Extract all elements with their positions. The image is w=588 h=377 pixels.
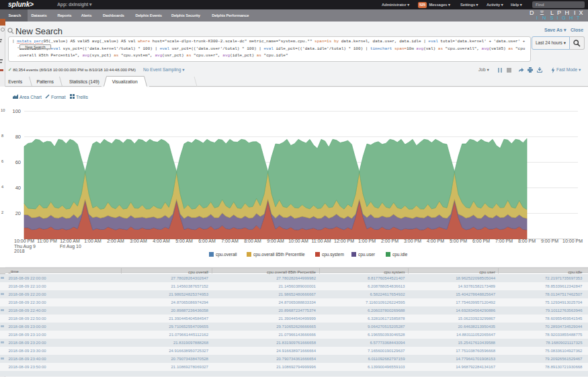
svg-text:10:00 PM: 10:00 PM [562, 239, 583, 243]
svg-text:6:00 PM: 6:00 PM [472, 239, 490, 243]
svg-text:2:00 AM: 2:00 AM [107, 239, 124, 243]
svg-text:4:00 PM: 4:00 PM [427, 239, 444, 243]
svg-text:1:00 PM: 1:00 PM [358, 239, 376, 243]
svg-text:10:00 AM: 10:00 AM [288, 239, 308, 243]
svg-text:8:00 PM: 8:00 PM [518, 239, 536, 243]
svg-text:12:00 AM: 12:00 AM [60, 239, 80, 243]
svg-text:8:00 AM: 8:00 AM [244, 239, 261, 243]
svg-text:80: 80 [15, 134, 21, 140]
svg-text:10:00 PM: 10:00 PM [14, 239, 34, 243]
svg-text:2018: 2018 [14, 249, 25, 253]
svg-text:12:00 PM: 12:00 PM [334, 239, 354, 243]
svg-text:11:00 PM: 11:00 PM [37, 239, 57, 243]
svg-text:Statistics (149): Statistics (149) [69, 79, 99, 85]
svg-text:7:00 PM: 7:00 PM [495, 239, 513, 243]
svg-text:Patterns: Patterns [37, 79, 54, 84]
svg-text:20: 20 [15, 210, 21, 216]
svg-text:5:00 PM: 5:00 PM [450, 239, 467, 243]
svg-text:60: 60 [15, 159, 21, 165]
svg-text:9:00 PM: 9:00 PM [541, 239, 558, 243]
svg-text:Events: Events [8, 79, 22, 84]
svg-text:7:00 AM: 7:00 AM [221, 239, 239, 243]
svg-text:2:00 PM: 2:00 PM [381, 239, 398, 243]
svg-text:5:00 AM: 5:00 AM [175, 239, 193, 243]
svg-text:100: 100 [12, 108, 21, 114]
svg-text:3:00 AM: 3:00 AM [130, 239, 147, 243]
svg-text:9:00 AM: 9:00 AM [267, 239, 284, 243]
svg-text:6:00 AM: 6:00 AM [198, 239, 216, 243]
svg-text:11:00 AM: 11:00 AM [311, 239, 331, 243]
svg-text:40: 40 [15, 185, 21, 191]
svg-text:Fri Aug 10: Fri Aug 10 [60, 244, 81, 249]
svg-text:4:00 AM: 4:00 AM [153, 239, 170, 243]
svg-text:Visualization: Visualization [112, 79, 138, 84]
svg-text:1:00 AM: 1:00 AM [84, 239, 101, 243]
svg-text:3:00 PM: 3:00 PM [404, 239, 421, 243]
